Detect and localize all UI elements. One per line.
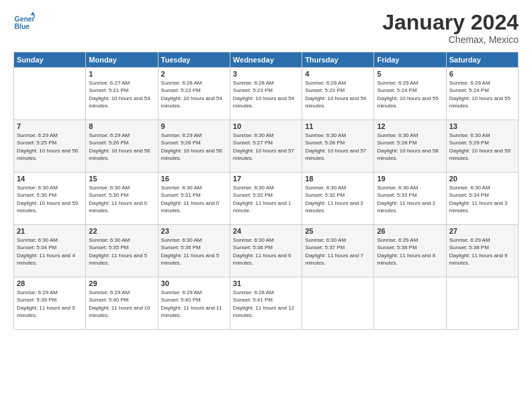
day-info: Sunrise: 6:29 AMSunset: 5:40 PMDaylight:… <box>89 289 154 319</box>
week-row-5: 28Sunrise: 6:29 AMSunset: 5:39 PMDayligh… <box>14 277 519 330</box>
day-info: Sunrise: 6:29 AMSunset: 5:40 PMDaylight:… <box>161 289 227 319</box>
day-info: Sunrise: 6:30 AMSunset: 5:32 PMDaylight:… <box>233 184 299 214</box>
cell-w2-d6: 12Sunrise: 6:30 AMSunset: 5:28 PMDayligh… <box>374 120 446 173</box>
day-number: 11 <box>305 122 371 130</box>
day-info: Sunrise: 6:30 AMSunset: 5:28 PMDaylight:… <box>377 132 443 162</box>
col-monday: Monday <box>86 52 158 68</box>
cell-w4-d4: 24Sunrise: 6:30 AMSunset: 5:36 PMDayligh… <box>230 225 302 277</box>
day-number: 8 <box>89 122 154 130</box>
cell-w5-d5 <box>302 277 374 330</box>
day-number: 27 <box>449 227 515 235</box>
day-number: 3 <box>233 70 299 78</box>
cell-w3-d3: 16Sunrise: 6:30 AMSunset: 5:31 PMDayligh… <box>158 173 230 225</box>
day-info: Sunrise: 6:29 AMSunset: 5:26 PMDaylight:… <box>161 132 227 162</box>
cell-w3-d4: 17Sunrise: 6:30 AMSunset: 5:32 PMDayligh… <box>230 173 302 225</box>
day-info: Sunrise: 6:30 AMSunset: 5:27 PMDaylight:… <box>233 132 299 162</box>
day-info: Sunrise: 6:30 AMSunset: 5:35 PMDaylight:… <box>89 236 154 267</box>
day-number: 5 <box>377 70 443 78</box>
cell-w4-d1: 21Sunrise: 6:30 AMSunset: 5:34 PMDayligh… <box>14 225 86 277</box>
day-info: Sunrise: 6:28 AMSunset: 5:41 PMDaylight:… <box>233 289 299 319</box>
day-number: 31 <box>233 279 299 287</box>
day-info: Sunrise: 6:30 AMSunset: 5:31 PMDaylight:… <box>161 184 227 214</box>
cell-w3-d1: 14Sunrise: 6:30 AMSunset: 5:30 PMDayligh… <box>14 173 86 225</box>
day-number: 30 <box>161 279 227 287</box>
cell-w2-d4: 10Sunrise: 6:30 AMSunset: 5:27 PMDayligh… <box>230 120 302 173</box>
location: Chemax, Mexico <box>382 34 519 45</box>
col-wednesday: Wednesday <box>230 52 302 68</box>
day-info: Sunrise: 6:30 AMSunset: 5:36 PMDaylight:… <box>233 236 299 267</box>
day-number: 25 <box>305 227 371 235</box>
day-info: Sunrise: 6:30 AMSunset: 5:30 PMDaylight:… <box>89 184 154 214</box>
cell-w4-d6: 26Sunrise: 6:29 AMSunset: 5:38 PMDayligh… <box>374 225 446 277</box>
day-number: 18 <box>305 175 371 183</box>
day-info: Sunrise: 6:29 AMSunset: 5:38 PMDaylight:… <box>377 236 443 267</box>
day-number: 20 <box>449 175 515 183</box>
day-info: Sunrise: 6:30 AMSunset: 5:37 PMDaylight:… <box>305 236 371 267</box>
day-number: 16 <box>161 175 227 183</box>
cell-w1-d7: 6Sunrise: 6:29 AMSunset: 5:24 PMDaylight… <box>446 68 518 120</box>
cell-w4-d2: 22Sunrise: 6:30 AMSunset: 5:35 PMDayligh… <box>86 225 158 277</box>
cell-w5-d4: 31Sunrise: 6:28 AMSunset: 5:41 PMDayligh… <box>230 277 302 330</box>
day-number: 7 <box>17 122 83 130</box>
cell-w3-d2: 15Sunrise: 6:30 AMSunset: 5:30 PMDayligh… <box>86 173 158 225</box>
day-info: Sunrise: 6:30 AMSunset: 5:29 PMDaylight:… <box>449 132 515 162</box>
col-tuesday: Tuesday <box>158 52 230 68</box>
day-number: 19 <box>377 175 443 183</box>
day-number: 6 <box>449 70 515 78</box>
cell-w5-d7 <box>446 277 518 330</box>
day-number: 15 <box>89 175 154 183</box>
col-saturday: Saturday <box>446 52 518 68</box>
day-info: Sunrise: 6:27 AMSunset: 5:21 PMDaylight:… <box>89 79 154 109</box>
cell-w3-d6: 19Sunrise: 6:30 AMSunset: 5:33 PMDayligh… <box>374 173 446 225</box>
col-friday: Friday <box>374 52 446 68</box>
week-row-4: 21Sunrise: 6:30 AMSunset: 5:34 PMDayligh… <box>14 225 519 277</box>
header-row: Sunday Monday Tuesday Wednesday Thursday… <box>14 52 519 68</box>
day-number: 1 <box>89 70 154 78</box>
cell-w5-d2: 29Sunrise: 6:29 AMSunset: 5:40 PMDayligh… <box>86 277 158 330</box>
day-info: Sunrise: 6:29 AMSunset: 5:24 PMDaylight:… <box>377 79 443 109</box>
day-number: 29 <box>89 279 154 287</box>
day-info: Sunrise: 6:30 AMSunset: 5:36 PMDaylight:… <box>161 236 227 267</box>
day-info: Sunrise: 6:29 AMSunset: 5:25 PMDaylight:… <box>17 132 83 162</box>
day-number: 21 <box>17 227 83 235</box>
cell-w3-d5: 18Sunrise: 6:30 AMSunset: 5:32 PMDayligh… <box>302 173 374 225</box>
cell-w5-d6 <box>374 277 446 330</box>
day-number: 23 <box>161 227 227 235</box>
day-info: Sunrise: 6:29 AMSunset: 5:24 PMDaylight:… <box>449 79 515 109</box>
cell-w5-d1: 28Sunrise: 6:29 AMSunset: 5:39 PMDayligh… <box>14 277 86 330</box>
cell-w4-d5: 25Sunrise: 6:30 AMSunset: 5:37 PMDayligh… <box>302 225 374 277</box>
day-info: Sunrise: 6:28 AMSunset: 5:23 PMDaylight:… <box>305 79 371 109</box>
svg-marker-2 <box>31 12 35 15</box>
day-info: Sunrise: 6:30 AMSunset: 5:30 PMDaylight:… <box>17 184 83 214</box>
day-number: 22 <box>89 227 154 235</box>
cell-w1-d3: 2Sunrise: 6:28 AMSunset: 5:22 PMDaylight… <box>158 68 230 120</box>
cell-w1-d1 <box>14 68 86 120</box>
calendar-page: General Blue January 2024 Chemax, Mexico… <box>0 0 532 411</box>
cell-w1-d4: 3Sunrise: 6:28 AMSunset: 5:23 PMDaylight… <box>230 68 302 120</box>
col-sunday: Sunday <box>14 52 86 68</box>
svg-text:Blue: Blue <box>15 23 30 30</box>
day-number: 4 <box>305 70 371 78</box>
calendar-table: Sunday Monday Tuesday Wednesday Thursday… <box>13 52 519 330</box>
day-number: 10 <box>233 122 299 130</box>
day-number: 26 <box>377 227 443 235</box>
cell-w4-d3: 23Sunrise: 6:30 AMSunset: 5:36 PMDayligh… <box>158 225 230 277</box>
day-info: Sunrise: 6:28 AMSunset: 5:22 PMDaylight:… <box>161 79 227 109</box>
day-number: 28 <box>17 279 83 287</box>
week-row-3: 14Sunrise: 6:30 AMSunset: 5:30 PMDayligh… <box>14 173 519 225</box>
day-info: Sunrise: 6:30 AMSunset: 5:32 PMDaylight:… <box>305 184 371 214</box>
cell-w2-d1: 7Sunrise: 6:29 AMSunset: 5:25 PMDaylight… <box>14 120 86 173</box>
day-info: Sunrise: 6:29 AMSunset: 5:38 PMDaylight:… <box>449 236 515 267</box>
cell-w2-d3: 9Sunrise: 6:29 AMSunset: 5:26 PMDaylight… <box>158 120 230 173</box>
cell-w2-d2: 8Sunrise: 6:29 AMSunset: 5:26 PMDaylight… <box>86 120 158 173</box>
day-number: 12 <box>377 122 443 130</box>
logo-icon: General Blue <box>13 11 35 32</box>
day-number: 14 <box>17 175 83 183</box>
day-number: 17 <box>233 175 299 183</box>
cell-w5-d3: 30Sunrise: 6:29 AMSunset: 5:40 PMDayligh… <box>158 277 230 330</box>
day-info: Sunrise: 6:30 AMSunset: 5:34 PMDaylight:… <box>449 184 515 214</box>
cell-w2-d5: 11Sunrise: 6:30 AMSunset: 5:28 PMDayligh… <box>302 120 374 173</box>
cell-w4-d7: 27Sunrise: 6:29 AMSunset: 5:38 PMDayligh… <box>446 225 518 277</box>
month-title: January 2024 <box>382 11 519 34</box>
day-number: 24 <box>233 227 299 235</box>
